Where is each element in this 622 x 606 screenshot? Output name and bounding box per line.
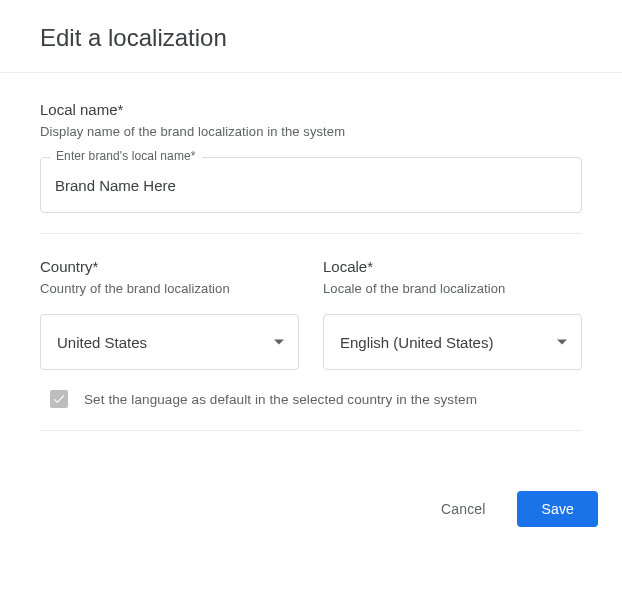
locale-select[interactable]: English (United States) — [323, 314, 582, 370]
dialog-footer: Cancel Save — [0, 431, 622, 551]
locale-value: English (United States) — [340, 334, 493, 351]
country-desc: Country of the brand localization — [40, 281, 299, 296]
default-language-checkbox[interactable] — [50, 390, 68, 408]
locale-label: Locale* — [323, 258, 582, 275]
save-button[interactable]: Save — [517, 491, 598, 527]
local-name-floating-label: Enter brand's local name* — [50, 149, 202, 163]
locale-desc: Locale of the brand localization — [323, 281, 582, 296]
local-name-input-wrapper: Enter brand's local name* — [40, 157, 582, 213]
local-name-label: Local name* — [40, 101, 582, 118]
country-locale-row: Country* Country of the brand localizati… — [40, 258, 582, 370]
check-icon — [52, 392, 66, 406]
country-value: United States — [57, 334, 147, 351]
dialog-header: Edit a localization — [0, 0, 622, 73]
country-select[interactable]: United States — [40, 314, 299, 370]
country-col: Country* Country of the brand localizati… — [40, 258, 299, 370]
locale-col: Locale* Locale of the brand localization… — [323, 258, 582, 370]
local-name-input[interactable] — [40, 157, 582, 213]
local-name-desc: Display name of the brand localization i… — [40, 124, 582, 139]
default-language-row: Set the language as default in the selec… — [40, 370, 582, 431]
cancel-button[interactable]: Cancel — [421, 491, 505, 527]
chevron-down-icon — [557, 340, 567, 345]
local-name-section: Local name* Display name of the brand lo… — [40, 101, 582, 234]
edit-localization-dialog: Edit a localization Local name* Display … — [0, 0, 622, 551]
default-language-label: Set the language as default in the selec… — [84, 392, 477, 407]
chevron-down-icon — [274, 340, 284, 345]
dialog-title: Edit a localization — [40, 24, 582, 52]
dialog-body: Local name* Display name of the brand lo… — [0, 73, 622, 431]
country-label: Country* — [40, 258, 299, 275]
